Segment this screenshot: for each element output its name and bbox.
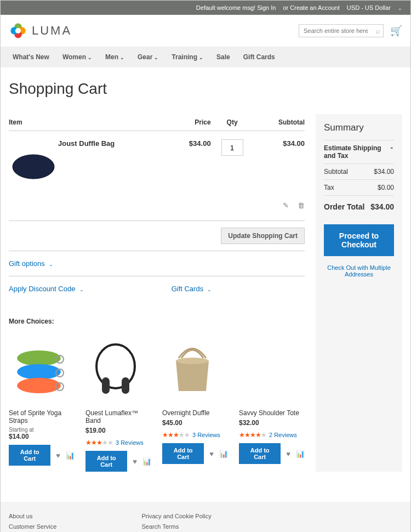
newsletter: ✉ Subscribe <box>296 513 402 532</box>
reviews-link[interactable]: 2 Reviews <box>269 432 297 438</box>
product-image[interactable] <box>162 333 222 405</box>
gift-options-link[interactable]: Gift options ⌄ <box>9 259 53 268</box>
update-cart-button[interactable]: Update Shopping Cart <box>221 228 305 244</box>
footer-col-1: About us Customer Service <box>9 513 56 532</box>
product-name[interactable]: Savvy Shoulder Tote <box>239 409 305 417</box>
cart-table: Item Price Qty Subtotal Joust Duffle Bag <box>9 114 305 218</box>
create-account-link[interactable]: Create an Account <box>290 4 340 11</box>
chevron-down-icon: ⌄ <box>120 55 124 60</box>
discount-code-link[interactable]: Apply Discount Code ⌄ <box>9 285 84 293</box>
chevron-down-icon: ⌄ <box>88 55 92 60</box>
chevron-down-icon: ⌄ <box>390 144 394 160</box>
brand-name: LUMA <box>32 24 72 38</box>
add-to-cart-button[interactable]: Add to Cart <box>239 443 281 464</box>
giftcards-link[interactable]: Gift Cards ⌄ <box>172 285 212 293</box>
page-title: Shopping Cart <box>9 80 402 98</box>
add-to-cart-button[interactable]: Add to Cart <box>162 443 204 464</box>
svg-point-7 <box>17 350 61 366</box>
product-price: $14.00 <box>9 433 75 440</box>
nav-whats-new[interactable]: What's New <box>6 47 56 67</box>
chevron-down-icon: ⌄ <box>398 5 402 11</box>
product-image[interactable] <box>9 333 69 405</box>
summary-title: Summary <box>324 122 394 133</box>
product-card: Savvy Shoulder Tote $32.00 ★★★★★2 Review… <box>239 333 305 472</box>
product-image[interactable] <box>9 131 58 194</box>
product-name[interactable]: Joust Duffle Bag <box>58 131 168 194</box>
item-price: $34.00 <box>168 131 210 194</box>
product-name[interactable]: Set of Sprite Yoga Straps <box>9 409 75 425</box>
edit-icon[interactable]: ✎ <box>283 201 289 210</box>
cart-row: Joust Duffle Bag $34.00 $34.00 <box>9 131 305 194</box>
signin-link[interactable]: Sign In <box>257 4 276 11</box>
cart-icon[interactable]: 🛒 <box>390 25 402 37</box>
svg-rect-14 <box>102 377 110 394</box>
product-image[interactable] <box>85 333 146 405</box>
logo[interactable]: LUMA <box>9 21 72 40</box>
wishlist-icon[interactable]: ♥ <box>286 450 290 458</box>
add-to-cart-button[interactable]: Add to Cart <box>85 451 127 472</box>
nav-gear[interactable]: Gear⌄ <box>131 47 165 67</box>
search-icon[interactable]: ⌕ <box>376 27 380 35</box>
col-item: Item <box>9 114 168 131</box>
summary-tax: Tax$0.00 <box>324 179 394 195</box>
product-rating: ★★★★★3 Reviews <box>162 431 228 439</box>
summary-subtotal: Subtotal$34.00 <box>324 163 394 179</box>
or-text: or <box>283 4 288 11</box>
logo-icon <box>9 21 27 40</box>
product-card: Quest Lumaflex™ Band $19.00 ★★★★★3 Revie… <box>85 333 151 472</box>
search-input[interactable] <box>299 24 384 37</box>
svg-point-8 <box>17 364 61 380</box>
product-price: $19.00 <box>85 427 151 434</box>
footer-link[interactable]: Customer Service <box>9 523 56 530</box>
summary-panel: Summary Estimate Shipping and Tax⌄ Subto… <box>316 114 402 472</box>
compare-icon[interactable]: 📊 <box>142 457 151 466</box>
wishlist-icon[interactable]: ♥ <box>56 451 60 460</box>
wishlist-icon[interactable]: ♥ <box>209 450 214 458</box>
header: LUMA ⌕ 🛒 <box>1 15 410 47</box>
product-price: $45.00 <box>162 419 228 427</box>
chevron-down-icon: ⌄ <box>199 55 203 60</box>
compare-icon[interactable]: 📊 <box>66 451 75 460</box>
product-rating: ★★★★★3 Reviews <box>85 439 151 446</box>
compare-icon[interactable]: 📊 <box>296 450 305 458</box>
footer-link[interactable]: Privacy and Cookie Policy <box>142 513 212 519</box>
product-image[interactable] <box>239 333 299 405</box>
product-card: Set of Sprite Yoga Straps Starting at $1… <box>9 333 75 472</box>
starting-at: Starting at <box>9 427 75 433</box>
nav-training[interactable]: Training⌄ <box>165 47 210 67</box>
svg-point-16 <box>176 358 209 364</box>
col-price: Price <box>168 114 210 131</box>
top-bar: Default welcome msg! Sign In or Create a… <box>1 1 410 15</box>
svg-rect-15 <box>122 377 129 394</box>
col-subtotal: Subtotal <box>254 114 305 131</box>
summary-total: Order Total$34.00 <box>324 195 394 218</box>
product-rating: ★★★★★2 Reviews <box>239 431 305 439</box>
welcome-msg: Default welcome msg! <box>196 4 255 11</box>
nav-men[interactable]: Men⌄ <box>99 47 131 67</box>
nav-sale[interactable]: Sale <box>210 47 237 67</box>
multiple-addresses-link[interactable]: Check Out with Multiple Addresses <box>324 264 394 278</box>
reviews-link[interactable]: 3 Reviews <box>116 439 144 446</box>
chevron-down-icon: ⌄ <box>207 287 212 292</box>
compare-icon[interactable]: 📊 <box>219 450 228 458</box>
currency-switcher[interactable]: USD - US Dollar ⌄ <box>341 4 402 11</box>
wishlist-icon[interactable]: ♥ <box>133 457 137 466</box>
nav-giftcards[interactable]: Gift Cards <box>237 47 282 67</box>
svg-point-9 <box>17 378 61 393</box>
product-name[interactable]: Quest Lumaflex™ Band <box>85 409 151 425</box>
qty-input[interactable] <box>221 139 243 156</box>
add-to-cart-button[interactable]: Add to Cart <box>9 445 50 466</box>
estimate-shipping-toggle[interactable]: Estimate Shipping and Tax⌄ <box>324 140 394 163</box>
checkout-button[interactable]: Proceed to Checkout <box>324 224 394 256</box>
footer-link[interactable]: About us <box>9 513 56 519</box>
product-name[interactable]: Overnight Duffle <box>162 409 228 417</box>
col-qty: Qty <box>211 114 254 131</box>
footer-link[interactable]: Search Terms <box>142 523 212 530</box>
svg-point-4 <box>15 28 21 33</box>
product-price: $32.00 <box>239 419 305 427</box>
reviews-link[interactable]: 3 Reviews <box>192 432 220 438</box>
chevron-down-icon: ⌄ <box>49 262 53 267</box>
nav-women[interactable]: Women⌄ <box>56 47 99 67</box>
delete-icon[interactable]: 🗑 <box>298 201 305 210</box>
chevron-down-icon: ⌄ <box>154 55 158 60</box>
